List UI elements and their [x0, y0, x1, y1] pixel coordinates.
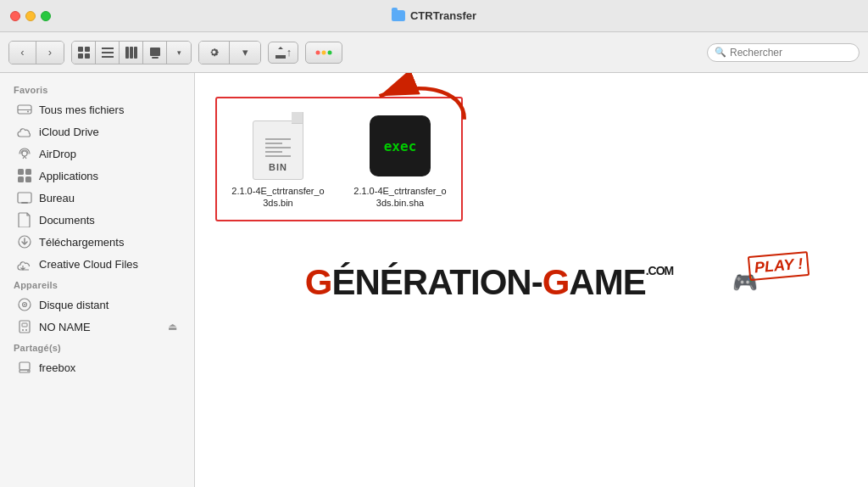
zip-lines	[265, 138, 291, 157]
sidebar-label-disque: Disque distant	[39, 299, 108, 311]
back-button[interactable]: ‹	[9, 42, 36, 64]
view-buttons: ▾	[71, 41, 192, 64]
svg-rect-16	[18, 109, 31, 110]
sidebar-item-tous-mes-fichiers[interactable]: Tous mes fichiers	[3, 98, 191, 120]
sidebar-item-telechargements[interactable]: Téléchargements	[3, 231, 191, 253]
svg-rect-21	[18, 169, 24, 175]
sidebar-item-freebox[interactable]: freebox	[3, 356, 191, 378]
svg-rect-2	[78, 53, 83, 59]
usb-icon	[17, 319, 32, 334]
gear-button[interactable]	[199, 42, 230, 64]
window-title: CTRTransfer	[392, 9, 476, 22]
gg-ame: AME	[569, 262, 645, 302]
svg-rect-25	[18, 193, 31, 203]
svg-rect-5	[102, 52, 114, 53]
sidebar-item-documents[interactable]: Documents	[3, 209, 191, 231]
svg-point-35	[25, 329, 27, 331]
disc-icon	[17, 297, 32, 312]
main-layout: Favoris Tous mes fichiers iCloud Drive	[0, 73, 868, 487]
gg-logo: GÉNÉRATION-GAME.COM PLAY ! 🎮	[305, 262, 758, 303]
hdd-icon	[17, 102, 32, 117]
sidebar-section-appareils: Appareils	[0, 275, 194, 294]
sidebar-label-noname: NO NAME	[39, 321, 91, 333]
file-item-bin[interactable]: BIN 2.1.0-4E_ctrtransfer_o3ds.bin	[227, 112, 329, 210]
maximize-button[interactable]	[41, 11, 51, 21]
close-button[interactable]	[10, 11, 20, 21]
svg-rect-22	[25, 169, 31, 175]
search-icon: 🔍	[715, 47, 726, 58]
bin-paper: BIN	[253, 120, 303, 180]
sidebar-section-partages: Partagé(s)	[0, 338, 194, 356]
bureau-icon	[17, 190, 32, 205]
sidebar-item-bureau[interactable]: Bureau	[3, 187, 191, 209]
documents-icon	[17, 212, 32, 227]
file-icon-bin-wrap: BIN	[244, 112, 312, 180]
svg-point-13	[322, 50, 326, 54]
gear-dropdown-button[interactable]: ▾	[230, 42, 260, 64]
files-region: BIN 2.1.0-4E_ctrtransfer_o3ds.bin exec	[195, 73, 868, 228]
svg-rect-7	[125, 47, 129, 59]
svg-rect-4	[102, 48, 114, 49]
sidebar-label-bureau: Bureau	[39, 192, 75, 204]
zip-line-4	[265, 151, 282, 153]
svg-point-18	[22, 151, 27, 156]
svg-rect-24	[25, 176, 31, 182]
gg-play: PLAY !	[748, 251, 810, 281]
forward-button[interactable]: ›	[36, 42, 64, 64]
selection-box: BIN 2.1.0-4E_ctrtransfer_o3ds.bin exec	[215, 97, 463, 221]
search-box[interactable]: 🔍	[707, 43, 860, 62]
toolbar: ‹ ›	[0, 32, 868, 73]
view-icon-button[interactable]	[72, 42, 96, 64]
creative-cloud-icon	[17, 256, 32, 271]
svg-rect-3	[85, 53, 90, 59]
folder-icon	[392, 10, 405, 21]
view-dropdown-button[interactable]: ▾	[167, 42, 191, 64]
svg-point-12	[316, 50, 320, 54]
gg-text: GÉNÉRATION-GAME.COM	[305, 262, 673, 303]
svg-rect-8	[130, 47, 133, 59]
applications-icon	[17, 168, 32, 183]
sidebar-label-apps: Applications	[39, 170, 98, 182]
traffic-lights	[10, 11, 51, 21]
search-input[interactable]	[730, 47, 852, 59]
view-list-button[interactable]	[96, 42, 120, 64]
sidebar-item-disque-distant[interactable]: Disque distant	[3, 294, 191, 316]
gg-generation: ÉNÉRATION-	[331, 262, 542, 302]
file-name-sha: 2.1.0-4E_ctrtransfer_o3ds.bin.sha	[353, 185, 447, 210]
svg-rect-33	[22, 323, 27, 327]
titlebar: CTRTransfer	[0, 0, 868, 32]
content-area: BIN 2.1.0-4E_ctrtransfer_o3ds.bin exec	[195, 73, 868, 487]
view-cover-button[interactable]	[143, 42, 167, 64]
download-icon	[17, 234, 32, 249]
gg-red-g1: G	[305, 262, 332, 302]
eject-button[interactable]: ⏏	[168, 321, 177, 333]
sidebar: Favoris Tous mes fichiers iCloud Drive	[0, 73, 195, 487]
sidebar-item-creative-cloud[interactable]: Creative Cloud Files	[3, 253, 191, 275]
share-button[interactable]: ↑	[268, 42, 298, 64]
tag-button[interactable]	[305, 42, 342, 64]
bin-icon: BIN	[248, 112, 308, 180]
sidebar-item-no-name[interactable]: NO NAME ⏏	[3, 316, 191, 338]
sidebar-label-docs: Documents	[39, 214, 95, 227]
network-icon	[17, 360, 32, 375]
sidebar-item-applications[interactable]: Applications	[3, 165, 191, 187]
sidebar-label-icloud: iCloud Drive	[39, 126, 99, 138]
sidebar-label-dl: Téléchargements	[39, 236, 124, 249]
sidebar-item-airdrop[interactable]: AirDrop	[3, 143, 191, 165]
svg-line-20	[25, 156, 26, 159]
view-column-button[interactable]	[120, 42, 143, 64]
file-icon-sha-wrap: exec	[366, 112, 434, 180]
gg-red-g2: G	[542, 262, 570, 302]
title-text: CTRTransfer	[410, 9, 476, 22]
svg-rect-36	[19, 362, 30, 370]
gg-dotcom: .COM	[646, 264, 674, 277]
minimize-button[interactable]	[25, 11, 36, 21]
sidebar-section-favoris: Favoris	[0, 80, 194, 98]
svg-point-38	[27, 371, 29, 372]
svg-rect-23	[18, 176, 24, 182]
svg-rect-0	[78, 47, 83, 52]
file-name-bin: 2.1.0-4E_ctrtransfer_o3ds.bin	[231, 185, 325, 210]
file-item-sha[interactable]: exec 2.1.0-4E_ctrtransfer_o3ds.bin.sha	[349, 112, 451, 210]
sidebar-item-icloud[interactable]: iCloud Drive	[3, 120, 191, 143]
svg-point-17	[27, 111, 29, 113]
